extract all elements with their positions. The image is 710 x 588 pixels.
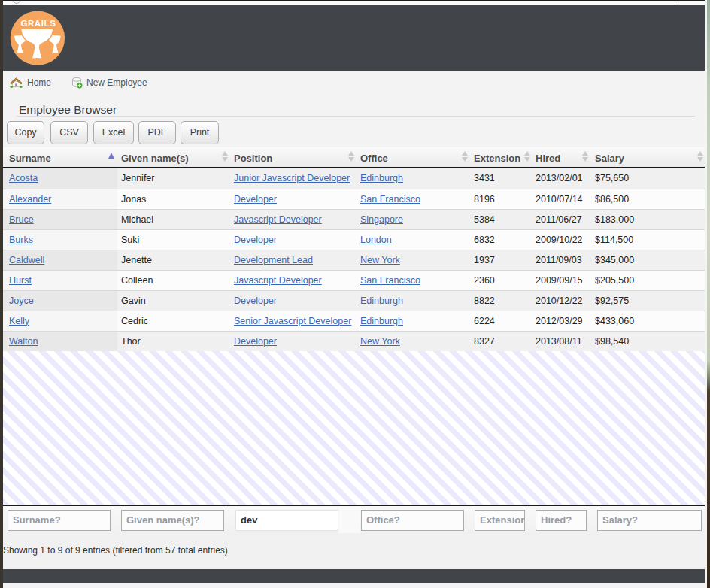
svg-text:GRAILS: GRAILS: [20, 19, 56, 28]
